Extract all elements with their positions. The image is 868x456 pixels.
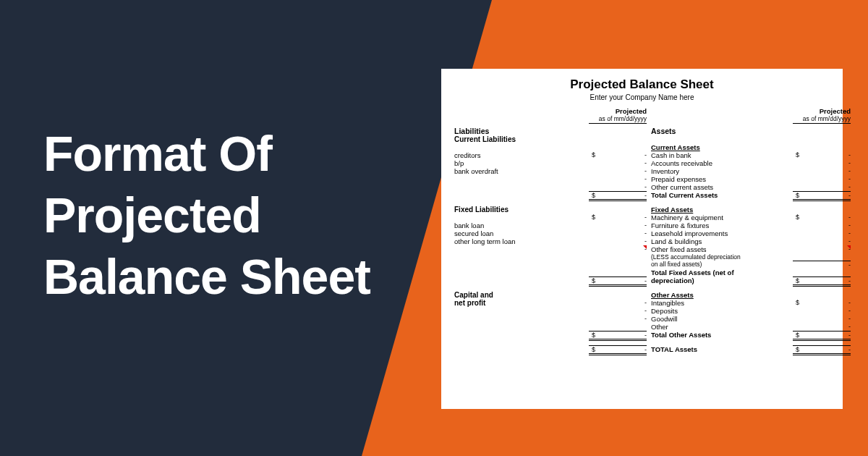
total-other-assets-amt: $- (793, 331, 851, 341)
total-current-assets-label: Total Current Assets (651, 191, 788, 201)
amt-bank-loan: - (589, 221, 647, 229)
amt-blank-4: - (589, 245, 647, 253)
col-date-left: as of mm/dd/yyyy (589, 115, 647, 124)
item-deposits: Deposits (651, 307, 788, 315)
capital-header-1: Capital and (454, 291, 584, 299)
item-land: Land & buildings (651, 237, 788, 245)
amt-overdraft: - (589, 167, 647, 175)
amt-inventory: - (793, 167, 851, 175)
balance-sheet-document: Projected Balance Sheet Enter your Compa… (441, 69, 843, 409)
current-liabilities-header: Current Liabilities (454, 135, 584, 143)
item-creditors: creditors (454, 151, 584, 159)
item-prepaid: Prepaid expenses (651, 175, 788, 183)
amt-leasehold: - (793, 229, 851, 237)
amt-bp: - (589, 159, 647, 167)
amt-creditors: $- (589, 151, 647, 159)
hero-title: Format Of Projected Balance Sheet (43, 123, 370, 308)
amt-blank-3: $- (589, 214, 647, 221)
subtotal-liab-1: $- (589, 191, 647, 201)
hero-line-3: Balance Sheet (43, 246, 370, 308)
amt-blank-2: - (589, 183, 647, 191)
amt-blank-1: - (589, 175, 647, 183)
amt-land: - (793, 237, 851, 245)
depreciation-note-1: (LESS accumulated depreciation (651, 253, 788, 261)
sheet-subtitle: Enter your Company Name here (454, 93, 830, 101)
total-fixed-assets-amt: $- (793, 276, 851, 287)
total-other-assets-label: Total Other Assets (651, 331, 788, 341)
hero-line-1: Format Of (43, 123, 370, 185)
item-other-fixed: Other fixed assets (651, 245, 788, 253)
item-ar: Accounts receivable (651, 159, 788, 167)
amt-capital-1: - (589, 299, 647, 307)
total-fixed-assets-label-2: depreciation) (651, 276, 788, 287)
hero-line-2: Projected (43, 185, 370, 246)
item-intangibles: Intangibles (651, 299, 788, 307)
other-assets-header: Other Assets (651, 291, 788, 299)
item-furniture: Furniture & fixtures (651, 221, 788, 229)
item-machinery: Machinery & equipment (651, 214, 788, 221)
item-bp: b/p (454, 159, 584, 167)
subtotal-liab-2: $- (589, 276, 647, 287)
amt-goodwill: - (793, 315, 851, 323)
amt-furniture: - (793, 221, 851, 229)
item-other-other: Other (651, 323, 788, 331)
amt-cash: $- (793, 151, 851, 159)
subtotal-liab-3: $- (589, 331, 647, 341)
item-bank-loan: bank loan (454, 221, 584, 229)
amt-capital-2: - (589, 307, 647, 315)
amt-intangibles: $- (793, 299, 851, 307)
grand-total-assets-label: TOTAL Assets (651, 345, 788, 355)
capital-header-2: net profit (454, 299, 584, 307)
amt-other-cur: - (793, 183, 851, 191)
fixed-assets-header: Fixed Assets (651, 206, 788, 214)
amt-secured: - (589, 229, 647, 237)
fixed-liabilities-header: Fixed Liabilities (454, 206, 584, 214)
liabilities-header: Liabilities (454, 124, 584, 135)
item-overdraft: bank overdraft (454, 167, 584, 175)
item-inventory: Inventory (651, 167, 788, 175)
item-secured: secured loan (454, 229, 584, 237)
amt-capital-3: - (589, 315, 647, 323)
amt-prepaid: - (793, 175, 851, 183)
amt-machinery: $- (793, 214, 851, 221)
amt-other-fixed: - (793, 245, 851, 253)
col-header-projected-right: Projected (793, 107, 851, 115)
item-cash: Cash in bank (651, 151, 788, 159)
current-assets-header: Current Assets (651, 143, 788, 151)
sheet-grid: ProjectedProjected as of mm/dd/yyyyas of… (454, 107, 830, 355)
amt-depreciation: - (793, 261, 851, 269)
item-other-cur: Other current assets (651, 183, 788, 191)
amt-other-loan: - (589, 237, 647, 245)
item-other-loan: other long term loan (454, 237, 584, 245)
item-goodwill: Goodwill (651, 315, 788, 323)
amt-deposits: - (793, 307, 851, 315)
grand-total-liab-amt: $- (589, 345, 647, 355)
amt-ar: - (793, 159, 851, 167)
amt-other-other: - (793, 323, 851, 331)
total-fixed-assets-label-1: Total Fixed Assets (net of (651, 269, 788, 276)
sheet-title: Projected Balance Sheet (454, 77, 830, 92)
comment-icon (847, 245, 851, 249)
col-date-right: as of mm/dd/yyyy (793, 115, 851, 124)
col-header-projected-left: Projected (589, 107, 647, 115)
grand-total-assets-amt: $- (793, 345, 851, 355)
total-current-assets-amt: $- (793, 191, 851, 201)
item-leasehold: Leasehold improvements (651, 229, 788, 237)
assets-header: Assets (651, 124, 788, 135)
comment-icon (643, 245, 647, 249)
depreciation-note-2: on all fixed assets) (651, 261, 788, 269)
